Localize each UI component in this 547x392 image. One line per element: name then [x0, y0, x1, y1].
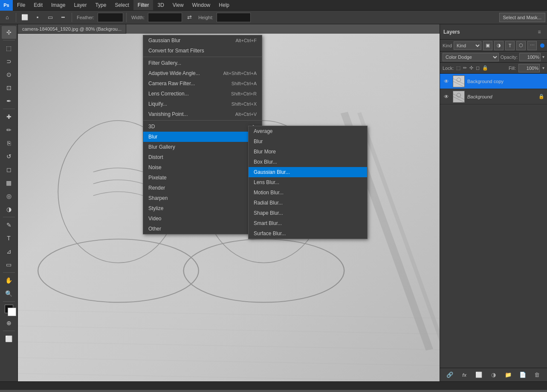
- filter-type-btn[interactable]: T: [505, 41, 515, 50]
- blur-item-smart-blur[interactable]: Smart Blur...: [249, 218, 367, 228]
- filter-item-gallery[interactable]: Filter Gallery...: [143, 58, 262, 68]
- blur-tool[interactable]: ◎: [2, 190, 16, 202]
- filter-item-blur[interactable]: Blur ▶: [143, 132, 262, 142]
- menu-help[interactable]: Help: [214, 0, 234, 10]
- dodge-tool[interactable]: ◑: [2, 203, 16, 216]
- text-tool[interactable]: T: [2, 232, 16, 245]
- filter-item-stylize[interactable]: Stylize ▶: [143, 203, 262, 213]
- menu-3d[interactable]: 3D: [153, 0, 168, 10]
- menu-window[interactable]: Window: [188, 0, 215, 10]
- layer-eye-background-copy[interactable]: 👁: [443, 78, 450, 85]
- filter-item-other[interactable]: Other ▶: [143, 224, 262, 234]
- new-layer-btn[interactable]: 📄: [518, 370, 528, 380]
- filter-adjustment-btn[interactable]: ◑: [494, 41, 504, 50]
- blur-item-box-blur[interactable]: Box Blur...: [249, 157, 367, 167]
- lock-pixels-icon[interactable]: ✏: [463, 65, 467, 71]
- layer-eye-background[interactable]: 👁: [443, 93, 450, 101]
- swap-btn[interactable]: ⇄: [184, 12, 195, 23]
- quick-mask-btn[interactable]: ⊕: [2, 317, 16, 329]
- opacity-input[interactable]: [519, 53, 541, 61]
- marquee-btn[interactable]: ⬜: [19, 12, 30, 23]
- filter-item-lens-correction[interactable]: Lens Correction... Shift+Ctrl+R: [143, 89, 262, 99]
- lasso-tool[interactable]: ⊃: [2, 55, 16, 68]
- group-btn[interactable]: 📁: [503, 370, 513, 380]
- filter-item-adaptive[interactable]: Adaptive Wide Angle... Alt+Shift+Ctrl+A: [143, 68, 262, 78]
- blur-item-lens-blur[interactable]: Lens Blur...: [249, 177, 367, 187]
- marquee-tool[interactable]: ⬚: [2, 42, 16, 55]
- fill-input[interactable]: [518, 64, 540, 72]
- blur-item-average[interactable]: Average: [249, 126, 367, 136]
- filter-item-gaussian-blur[interactable]: Gaussian Blur Alt+Ctrl+F: [143, 35, 262, 46]
- filter-item-pixelate[interactable]: Pixelate ▶: [143, 173, 262, 183]
- menu-image[interactable]: Image: [47, 0, 69, 10]
- marquee-ellipse-btn[interactable]: ▭: [45, 12, 56, 23]
- pen-tool[interactable]: ✎: [2, 219, 16, 231]
- menu-view[interactable]: View: [168, 0, 188, 10]
- filter-shape-btn[interactable]: ⬡: [516, 41, 526, 50]
- filter-kind-select[interactable]: Kind: [454, 41, 481, 50]
- eyedropper-tool[interactable]: ✒: [2, 95, 16, 107]
- blur-item-shape-blur[interactable]: Shape Blur...: [249, 208, 367, 218]
- blur-item-surface-blur[interactable]: Surface Blur...: [249, 228, 367, 239]
- feather-input[interactable]: [98, 13, 123, 22]
- filter-item-3d[interactable]: 3D ▶: [143, 121, 262, 132]
- layer-item-background-copy[interactable]: 👁 Background copy: [440, 74, 547, 89]
- marquee-rect-btn[interactable]: ▪: [32, 12, 43, 23]
- clone-tool[interactable]: ⎘: [2, 137, 16, 150]
- filter-item-distort[interactable]: Distort ▶: [143, 152, 262, 162]
- eraser-tool[interactable]: ◻: [2, 163, 16, 176]
- link-layers-btn[interactable]: 🔗: [445, 370, 455, 380]
- canvas-tab[interactable]: camera-1840054_1920.jpg @ 80% (Backgrou.…: [18, 24, 126, 34]
- crop-tool[interactable]: ⊡: [2, 81, 16, 94]
- fx-btn[interactable]: fx: [459, 370, 469, 380]
- lock-all-icon[interactable]: 🔒: [482, 65, 488, 71]
- blur-item-motion-blur[interactable]: Motion Blur...: [249, 187, 367, 198]
- blur-item-radial-blur[interactable]: Radial Blur...: [249, 198, 367, 208]
- blend-mode-select[interactable]: Color Dodge Normal Multiply Screen Overl…: [443, 53, 499, 61]
- lock-artboard-icon[interactable]: ◻: [476, 65, 480, 71]
- menu-filter[interactable]: Filter: [133, 0, 153, 10]
- screen-mode-btn[interactable]: ⬜: [2, 332, 16, 345]
- foreground-color[interactable]: [5, 305, 13, 313]
- home-btn[interactable]: ⌂: [2, 12, 13, 23]
- blur-item-blur[interactable]: Blur: [249, 136, 367, 147]
- quick-select-tool[interactable]: ⊙: [2, 68, 16, 81]
- hand-tool[interactable]: ✋: [2, 274, 16, 287]
- menu-select[interactable]: Select: [110, 0, 133, 10]
- healing-tool[interactable]: ✚: [2, 110, 16, 123]
- filter-item-vanishing[interactable]: Vanishing Point... Alt+Ctrl+V: [143, 109, 262, 119]
- filter-pixel-btn[interactable]: ▣: [483, 41, 492, 50]
- filter-item-blur-gallery[interactable]: Blur Gallery ▶: [143, 142, 262, 152]
- layer-item-background[interactable]: 👁 Background 🔒: [440, 89, 547, 104]
- zoom-tool[interactable]: 🔍: [2, 287, 16, 300]
- select-mask-btn[interactable]: Select and Mask...: [499, 13, 546, 22]
- background-color[interactable]: [8, 308, 16, 316]
- shape-tool[interactable]: ▭: [2, 258, 16, 271]
- delete-layer-btn[interactable]: 🗑: [532, 370, 542, 380]
- menu-edit[interactable]: Edit: [29, 0, 47, 10]
- height-input[interactable]: [217, 13, 251, 22]
- add-mask-btn[interactable]: ⬜: [474, 370, 484, 380]
- fill-arrow[interactable]: ▾: [542, 66, 544, 70]
- blur-item-gaussian-blur[interactable]: Gaussian Blur...: [249, 167, 367, 177]
- move-tool[interactable]: ✣: [2, 26, 16, 39]
- filter-item-noise[interactable]: Noise ▶: [143, 162, 262, 173]
- filter-item-render[interactable]: Render: [143, 183, 262, 193]
- width-input[interactable]: [148, 13, 182, 22]
- path-tool[interactable]: ⊿: [2, 245, 16, 258]
- adjustment-btn[interactable]: ◑: [488, 370, 498, 380]
- filter-item-liquify[interactable]: Liquify... Shift+Ctrl+X: [143, 99, 262, 109]
- gradient-tool[interactable]: ▦: [2, 176, 16, 189]
- blur-item-blur-more[interactable]: Blur More: [249, 147, 367, 157]
- marquee-row-btn[interactable]: ━: [58, 12, 69, 23]
- filter-item-sharpen[interactable]: Sharpen ▶: [143, 193, 262, 203]
- menu-file[interactable]: File: [13, 0, 29, 10]
- opacity-arrow[interactable]: ▾: [542, 55, 544, 59]
- history-brush-tool[interactable]: ↺: [2, 150, 16, 163]
- filter-smart-btn[interactable]: ⋯: [527, 41, 537, 50]
- lock-transparent-icon[interactable]: ⬚: [456, 65, 460, 71]
- layers-panel-expand-btn[interactable]: ≡: [535, 28, 544, 36]
- menu-type[interactable]: Type: [91, 0, 110, 10]
- menu-layer[interactable]: Layer: [69, 0, 91, 10]
- brush-tool[interactable]: ✏: [2, 124, 16, 136]
